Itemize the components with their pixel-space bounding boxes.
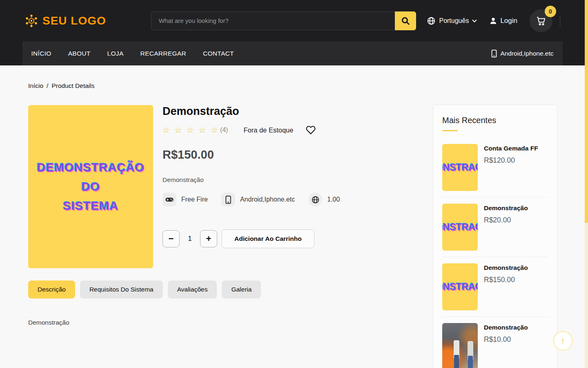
arrow-up-icon: ↑ bbox=[561, 336, 565, 346]
search-icon bbox=[401, 16, 410, 26]
breadcrumb: Início / Product Details bbox=[28, 82, 585, 90]
language-label: Português bbox=[439, 17, 469, 25]
product-image-text: SISTEMA bbox=[63, 199, 118, 213]
nav-item-contact[interactable]: CONTACT bbox=[203, 50, 234, 57]
product-image-text: DEMONSTRAÇÃO bbox=[37, 161, 144, 174]
nav-platforms-label: Android,Iphone.etc bbox=[500, 50, 553, 57]
globe-icon bbox=[308, 193, 322, 206]
product-attributes: Free Fire Android,Iphone.etc bbox=[163, 193, 448, 206]
nav-item-about[interactable]: ABOUT bbox=[68, 50, 91, 57]
heart-icon bbox=[305, 125, 316, 135]
login-button[interactable]: Login bbox=[489, 17, 517, 25]
attribute-platform: Android,Iphone.etc bbox=[221, 193, 295, 206]
recent-product-name: Demonstração bbox=[484, 324, 528, 331]
globe-icon bbox=[427, 16, 436, 25]
page: SEU LOGO Português bbox=[0, 0, 585, 368]
recent-product-name: Demonstração bbox=[484, 264, 528, 272]
thumbnail-text: ONSTRAÇ bbox=[442, 222, 478, 233]
search-input[interactable] bbox=[151, 11, 395, 30]
product-title: Demonstração bbox=[163, 105, 448, 118]
attribute-region: 1.00 bbox=[308, 193, 340, 206]
buy-row: − 1 + Adicionar Ao Carrinho bbox=[163, 229, 448, 248]
nav-bar: INÍCIO ABOUT LOJA RECARREGAR CONTACT And… bbox=[0, 41, 585, 65]
tab-requisitos[interactable]: Requisitos Do Sistema bbox=[80, 280, 163, 298]
breadcrumb-separator: / bbox=[47, 82, 48, 90]
product-thumbnail: ONSTRAÇ bbox=[442, 204, 478, 251]
nav-platforms[interactable]: Android,Iphone.etc bbox=[491, 49, 553, 58]
product-thumbnail: ONSTRAÇ bbox=[442, 263, 478, 310]
chevron-down-icon bbox=[472, 19, 477, 22]
rating-row: ☆ ☆ ☆ ☆ ☆ (4) Fora de Estoque bbox=[163, 125, 448, 135]
cart-button[interactable]: 0 bbox=[530, 9, 552, 32]
star-icons: ☆ ☆ ☆ ☆ ☆ bbox=[163, 125, 219, 135]
list-item[interactable]: ONSTRAÇ Demonstração R$20.00 bbox=[442, 197, 548, 257]
nav-item-inicio[interactable]: INÍCIO bbox=[31, 50, 51, 57]
title-underline bbox=[442, 130, 458, 131]
logo-icon bbox=[24, 14, 38, 28]
nav-item-loja[interactable]: LOJA bbox=[107, 50, 124, 57]
user-icon bbox=[489, 17, 497, 25]
breadcrumb-current: Product Details bbox=[51, 82, 94, 90]
add-to-cart-button[interactable]: Adicionar Ao Carrinho bbox=[222, 229, 314, 248]
scrollbar-thumb[interactable] bbox=[585, 0, 588, 223]
product-thumbnail: ONSTRAÇ bbox=[442, 144, 478, 191]
search-bar bbox=[151, 11, 416, 30]
quantity-increase-button[interactable]: + bbox=[200, 230, 217, 247]
logo-text: SEU LOGO bbox=[42, 14, 106, 27]
header: SEU LOGO Português bbox=[0, 0, 585, 41]
search-button[interactable] bbox=[395, 11, 416, 30]
scroll-to-top-button[interactable]: ↑ bbox=[553, 331, 573, 351]
recent-product-price: R$120.00 bbox=[484, 156, 538, 165]
attribute-region-label: 1.00 bbox=[327, 196, 340, 203]
recent-product-price: R$150.00 bbox=[484, 276, 528, 284]
recent-products-card: Mais Recentes ONSTRAÇ Conta Gemada FF R$… bbox=[433, 105, 557, 368]
recent-product-price: R$20.00 bbox=[484, 216, 528, 224]
smartphone-icon bbox=[491, 49, 497, 58]
tab-galeria[interactable]: Galeria bbox=[222, 280, 261, 298]
product-thumbnail-photo bbox=[442, 323, 478, 368]
gamepad-icon bbox=[163, 193, 176, 206]
breadcrumb-home[interactable]: Início bbox=[28, 82, 43, 90]
header-divider bbox=[560, 16, 560, 26]
smartphone-icon bbox=[221, 193, 235, 206]
stock-status: Fora de Estoque bbox=[243, 126, 293, 134]
tab-descricao[interactable]: Descrição bbox=[28, 280, 75, 298]
list-item[interactable]: ONSTRAÇ Conta Gemada FF R$120.00 bbox=[442, 138, 548, 197]
list-item[interactable]: ONSTRAÇ Demonstração R$150.00 bbox=[442, 257, 548, 316]
product-info: Demonstração ☆ ☆ ☆ ☆ ☆ (4) Fora de Estoq… bbox=[163, 105, 448, 268]
wishlist-button[interactable] bbox=[305, 125, 316, 135]
list-item[interactable]: Demonstração R$10.00 bbox=[442, 316, 548, 368]
logo[interactable]: SEU LOGO bbox=[24, 14, 106, 28]
quantity-decrease-button[interactable]: − bbox=[163, 230, 180, 247]
product-price: R$150.00 bbox=[163, 148, 448, 162]
tab-avaliacoes[interactable]: Avaliações bbox=[168, 280, 217, 298]
page-scrollbar[interactable] bbox=[585, 0, 588, 368]
header-right: Português Login bbox=[427, 9, 560, 32]
attribute-game-label: Free Fire bbox=[181, 196, 208, 203]
language-selector[interactable]: Português bbox=[427, 16, 477, 25]
login-label: Login bbox=[500, 17, 517, 25]
nav-item-recarregar[interactable]: RECARREGAR bbox=[140, 50, 186, 57]
attribute-game: Free Fire bbox=[163, 193, 208, 206]
quantity-value: 1 bbox=[180, 235, 200, 243]
product-image: DEMONSTRAÇÃO DO SISTEMA bbox=[28, 105, 153, 268]
attribute-platform-label: Android,Iphone.etc bbox=[240, 196, 295, 203]
recent-product-name: Conta Gemada FF bbox=[484, 145, 538, 152]
recent-products-list: ONSTRAÇ Conta Gemada FF R$120.00 ONSTRAÇ… bbox=[442, 138, 548, 368]
product-short-description: Demonstração bbox=[163, 176, 448, 184]
product-image-text: DO bbox=[81, 180, 100, 193]
recent-products-title: Mais Recentes bbox=[442, 116, 548, 125]
recent-product-price: R$10.00 bbox=[484, 335, 528, 344]
cart-badge: 0 bbox=[545, 6, 556, 17]
recent-product-name: Demonstração bbox=[484, 204, 528, 212]
thumbnail-text: ONSTRAÇ bbox=[442, 162, 478, 173]
thumbnail-text: ONSTRAÇ bbox=[442, 281, 478, 292]
cart-icon bbox=[536, 16, 546, 26]
rating-count: (4) bbox=[220, 126, 228, 134]
